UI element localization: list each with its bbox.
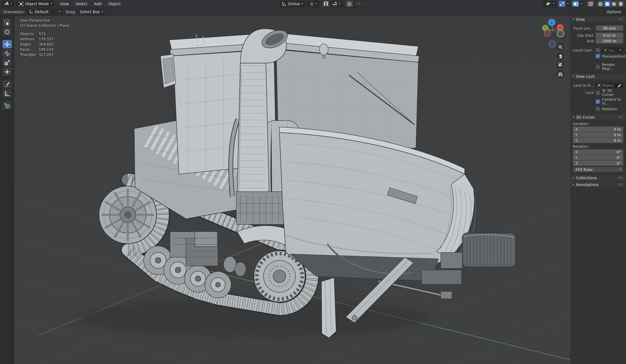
gizmos-dropdown[interactable]: ▾: [565, 1, 571, 7]
cursor-location-z[interactable]: Z0 m: [573, 138, 623, 143]
drag-dropdown[interactable]: Select Box ▾: [78, 9, 105, 15]
camera-object-icon: [604, 48, 607, 52]
chevron-right-icon: ▸: [573, 176, 574, 179]
tool-scale[interactable]: [2, 58, 12, 67]
local-camera-object-field[interactable]: Ca... ✕: [602, 47, 623, 53]
xray-toggle[interactable]: [587, 1, 594, 7]
cursor-location-fields: X0 m Y0 m Z0 m: [573, 126, 623, 143]
camera-object-value: Ca...: [608, 48, 617, 52]
gizmo-z-negative[interactable]: [549, 41, 555, 47]
overlays-toggle[interactable]: [572, 1, 579, 7]
stat-vertices: Vertices179,537: [20, 37, 70, 42]
grip-icon[interactable]: [618, 183, 623, 186]
mode-dropdown[interactable]: Object Mode ▾: [16, 1, 54, 7]
tool-annotate[interactable]: [2, 80, 12, 88]
pan-hand-button[interactable]: [556, 52, 564, 60]
local-camera-label: Local Cam...: [573, 48, 594, 52]
snap-toggle[interactable]: [323, 1, 330, 7]
gizmo-x-negative[interactable]: [544, 30, 550, 36]
camera-to-view-label: Camera to Vi...: [602, 97, 623, 105]
local-camera-row: Local Cam... Ca... ✕: [573, 47, 623, 53]
cursor-rotation-y[interactable]: Y0°: [573, 155, 623, 160]
render-region-checkbox[interactable]: [596, 65, 600, 69]
projection-label: User Perspective: [20, 18, 70, 23]
cursor-rotation-z[interactable]: Z0°: [573, 161, 623, 166]
grip-icon[interactable]: [618, 116, 623, 118]
tool-cursor[interactable]: [2, 28, 12, 36]
proportional-editing-toggle[interactable]: [346, 1, 353, 7]
lock-rotation-checkbox[interactable]: [596, 107, 600, 111]
proportional-falloff-dropdown[interactable]: ▾: [353, 1, 366, 7]
viewport-3d[interactable]: User Perspective (1) Scene Collection | …: [14, 16, 570, 364]
shading-rendered-button[interactable]: [618, 1, 624, 7]
snap-settings-dropdown[interactable]: ▾: [330, 1, 343, 7]
editor-type-button[interactable]: ▾: [1, 1, 15, 7]
perspective-toggle-button[interactable]: [556, 70, 564, 78]
chevron-down-icon: ▾: [573, 75, 574, 78]
orientation-dropdown[interactable]: Default ▾: [26, 9, 63, 15]
focal-length-label: Focal Len...: [573, 26, 594, 30]
passepartout-label: Passepartout: [602, 54, 626, 58]
overlays-dropdown[interactable]: ▾: [579, 1, 584, 7]
clip-start-field[interactable]: 0.01 m: [596, 33, 623, 38]
camera-view-button[interactable]: [556, 61, 564, 68]
tool-transform[interactable]: [2, 68, 12, 76]
lock-to-object-row: Lock to O... Object: [573, 83, 623, 88]
local-camera-checkbox[interactable]: [596, 48, 600, 52]
panel-3d-cursor-header[interactable]: ▾ 3D Cursor: [570, 114, 626, 120]
focal-length-row: Focal Len... 50 mm: [573, 26, 623, 31]
gizmo-y-negative[interactable]: [557, 30, 564, 37]
grip-icon[interactable]: [618, 18, 623, 20]
eyedropper-icon[interactable]: [618, 83, 622, 87]
lock-to-object-field[interactable]: Object: [596, 83, 623, 88]
panel-annotations-header[interactable]: ▸ Annotations: [570, 181, 626, 188]
camera-to-view-checkbox[interactable]: ✓: [596, 99, 600, 104]
to-3d-cursor-checkbox[interactable]: [596, 90, 600, 95]
object-visibility-dropdown[interactable]: ▾: [543, 1, 557, 7]
menu-view[interactable]: View: [60, 1, 69, 6]
shading-wireframe-button[interactable]: [597, 1, 604, 7]
shading-solid-button[interactable]: [604, 1, 610, 7]
tool-move[interactable]: [2, 40, 12, 48]
chevron-down-icon: ▾: [11, 2, 12, 5]
tool-select-box[interactable]: [2, 18, 12, 27]
to-3d-cursor-label: To 3D Cursor: [602, 89, 623, 97]
chevron-down-icon: ▾: [302, 2, 303, 5]
euler-mode-dropdown[interactable]: XYZ Euler ▾: [573, 167, 623, 172]
passepartout-checkbox[interactable]: ✓: [596, 54, 600, 58]
gizmos-toggle[interactable]: [558, 1, 565, 7]
panel-3d-cursor: ▾ 3D Cursor Location: X0 m Y0 m Z0 m Rot…: [570, 114, 626, 174]
panel-collections-title: Collections: [576, 175, 597, 180]
tractor-model: [99, 27, 516, 338]
panel-view-header[interactable]: ▾ View: [570, 16, 626, 22]
options-button[interactable]: Options: [603, 8, 625, 15]
tool-rotate[interactable]: [2, 49, 12, 57]
focal-length-field[interactable]: 50 mm: [596, 26, 623, 31]
editor-3d-viewport-icon: [4, 1, 9, 6]
chevron-down-icon: ▾: [362, 2, 364, 5]
menu-add[interactable]: Add: [94, 1, 101, 6]
transform-orientation-dropdown[interactable]: Global ▾: [279, 1, 305, 7]
drag-label: Drag:: [66, 10, 76, 14]
gizmo-x-label: X: [559, 26, 561, 30]
panel-view-lock-header[interactable]: ▾ View Lock: [570, 73, 626, 80]
grip-icon[interactable]: [618, 176, 623, 179]
cursor-rotation-label: Rotation:: [573, 145, 623, 149]
falloff-curve-icon: [355, 1, 361, 6]
shading-material-button[interactable]: [611, 1, 617, 7]
cursor-location-y[interactable]: Y0 m: [573, 132, 623, 137]
shading-mode-group: [597, 1, 624, 7]
panel-collections-header[interactable]: ▸ Collections: [570, 174, 626, 181]
panel-collections: ▸ Collections: [570, 174, 626, 181]
menu-object[interactable]: Object: [108, 1, 120, 6]
zoom-button[interactable]: [556, 43, 564, 51]
cursor-location-x[interactable]: X0 m: [573, 126, 623, 132]
clip-end-field[interactable]: 1000 m: [596, 38, 623, 43]
menu-select[interactable]: Select: [76, 1, 87, 6]
tool-measure[interactable]: [2, 89, 12, 97]
clip-end-label: End: [573, 39, 594, 43]
cursor-rotation-x[interactable]: X0°: [573, 149, 623, 155]
close-icon[interactable]: ✕: [619, 48, 622, 52]
pivot-point-dropdown[interactable]: ▾: [307, 1, 320, 7]
tool-add-cube[interactable]: [2, 101, 12, 110]
